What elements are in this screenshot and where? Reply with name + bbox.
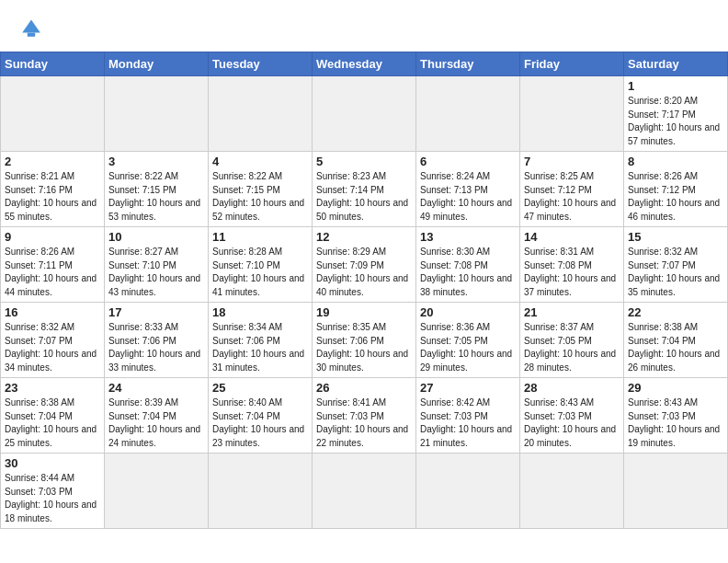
day-info: Sunrise: 8:26 AMSunset: 7:12 PMDaylight:… <box>628 170 723 224</box>
day-number: 27 <box>420 381 516 395</box>
calendar-week-5: 30Sunrise: 8:44 AMSunset: 7:03 PMDayligh… <box>1 454 728 529</box>
calendar-cell-29: 29Sunrise: 8:43 AMSunset: 7:03 PMDayligh… <box>624 378 728 454</box>
calendar-cell-22: 22Sunrise: 8:38 AMSunset: 7:04 PMDayligh… <box>624 303 728 378</box>
calendar-header-wednesday: Wednesday <box>313 52 416 76</box>
header <box>0 0 728 48</box>
day-number: 5 <box>316 155 412 168</box>
day-number: 13 <box>420 230 516 244</box>
day-info: Sunrise: 8:44 AMSunset: 7:03 PMDaylight:… <box>5 472 100 525</box>
calendar-week-2: 9Sunrise: 8:26 AMSunset: 7:11 PMDaylight… <box>1 227 728 303</box>
day-info: Sunrise: 8:23 AMSunset: 7:14 PMDaylight:… <box>316 170 412 224</box>
calendar-cell-28: 28Sunrise: 8:43 AMSunset: 7:03 PMDayligh… <box>520 378 624 454</box>
day-number: 12 <box>316 230 412 244</box>
calendar-cell-empty <box>520 76 624 152</box>
calendar-week-4: 23Sunrise: 8:38 AMSunset: 7:04 PMDayligh… <box>1 378 728 454</box>
calendar-cell-empty <box>416 454 520 529</box>
calendar-header-friday: Friday <box>520 52 624 76</box>
calendar-cell-empty <box>209 76 313 152</box>
calendar-cell-10: 10Sunrise: 8:27 AMSunset: 7:10 PMDayligh… <box>105 227 209 303</box>
day-info: Sunrise: 8:37 AMSunset: 7:05 PMDaylight:… <box>524 321 620 374</box>
day-info: Sunrise: 8:33 AMSunset: 7:06 PMDaylight:… <box>108 321 204 374</box>
day-number: 11 <box>212 230 308 244</box>
day-info: Sunrise: 8:25 AMSunset: 7:12 PMDaylight:… <box>524 170 620 224</box>
day-number: 4 <box>212 155 308 168</box>
day-number: 22 <box>628 305 723 319</box>
day-info: Sunrise: 8:35 AMSunset: 7:06 PMDaylight:… <box>316 321 412 374</box>
calendar-cell-3: 3Sunrise: 8:22 AMSunset: 7:15 PMDaylight… <box>105 152 209 227</box>
calendar-cell-empty <box>520 454 624 529</box>
calendar-week-0: 1Sunrise: 8:20 AMSunset: 7:17 PMDaylight… <box>1 76 728 152</box>
day-info: Sunrise: 8:43 AMSunset: 7:03 PMDaylight:… <box>524 396 620 450</box>
day-info: Sunrise: 8:32 AMSunset: 7:07 PMDaylight:… <box>628 246 723 299</box>
calendar-cell-14: 14Sunrise: 8:31 AMSunset: 7:08 PMDayligh… <box>520 227 624 303</box>
day-number: 29 <box>628 381 723 395</box>
day-number: 10 <box>108 230 204 244</box>
day-number: 28 <box>524 381 620 395</box>
calendar-cell-24: 24Sunrise: 8:39 AMSunset: 7:04 PMDayligh… <box>105 378 209 454</box>
calendar-cell-15: 15Sunrise: 8:32 AMSunset: 7:07 PMDayligh… <box>624 227 728 303</box>
calendar-header-thursday: Thursday <box>416 52 520 76</box>
calendar-cell-23: 23Sunrise: 8:38 AMSunset: 7:04 PMDayligh… <box>1 378 105 454</box>
calendar-cell-21: 21Sunrise: 8:37 AMSunset: 7:05 PMDayligh… <box>520 303 624 378</box>
day-number: 3 <box>108 155 204 168</box>
day-info: Sunrise: 8:42 AMSunset: 7:03 PMDaylight:… <box>420 396 516 450</box>
calendar-cell-6: 6Sunrise: 8:24 AMSunset: 7:13 PMDaylight… <box>416 152 520 227</box>
calendar-header-sunday: Sunday <box>1 52 105 76</box>
day-info: Sunrise: 8:43 AMSunset: 7:03 PMDaylight:… <box>628 396 723 450</box>
day-number: 16 <box>5 305 100 319</box>
day-number: 6 <box>420 155 516 168</box>
day-info: Sunrise: 8:39 AMSunset: 7:04 PMDaylight:… <box>108 396 204 450</box>
calendar-cell-17: 17Sunrise: 8:33 AMSunset: 7:06 PMDayligh… <box>105 303 209 378</box>
calendar-cell-empty <box>105 76 209 152</box>
day-info: Sunrise: 8:27 AMSunset: 7:10 PMDaylight:… <box>108 246 204 299</box>
calendar-cell-18: 18Sunrise: 8:34 AMSunset: 7:06 PMDayligh… <box>209 303 313 378</box>
calendar-cell-11: 11Sunrise: 8:28 AMSunset: 7:10 PMDayligh… <box>209 227 313 303</box>
calendar-cell-19: 19Sunrise: 8:35 AMSunset: 7:06 PMDayligh… <box>313 303 416 378</box>
calendar-week-3: 16Sunrise: 8:32 AMSunset: 7:07 PMDayligh… <box>1 303 728 378</box>
page: SundayMondayTuesdayWednesdayThursdayFrid… <box>0 0 728 529</box>
day-info: Sunrise: 8:38 AMSunset: 7:04 PMDaylight:… <box>5 396 100 450</box>
day-number: 2 <box>5 155 100 168</box>
day-number: 18 <box>212 305 308 319</box>
calendar-cell-20: 20Sunrise: 8:36 AMSunset: 7:05 PMDayligh… <box>416 303 520 378</box>
calendar-week-1: 2Sunrise: 8:21 AMSunset: 7:16 PMDaylight… <box>1 152 728 227</box>
day-info: Sunrise: 8:38 AMSunset: 7:04 PMDaylight:… <box>628 321 723 374</box>
day-number: 8 <box>628 155 723 168</box>
day-info: Sunrise: 8:31 AMSunset: 7:08 PMDaylight:… <box>524 246 620 299</box>
calendar-cell-8: 8Sunrise: 8:26 AMSunset: 7:12 PMDaylight… <box>624 152 728 227</box>
day-number: 25 <box>212 381 308 395</box>
day-info: Sunrise: 8:28 AMSunset: 7:10 PMDaylight:… <box>212 246 308 299</box>
day-number: 23 <box>5 381 100 395</box>
calendar-cell-26: 26Sunrise: 8:41 AMSunset: 7:03 PMDayligh… <box>313 378 416 454</box>
calendar-cell-7: 7Sunrise: 8:25 AMSunset: 7:12 PMDaylight… <box>520 152 624 227</box>
calendar-cell-4: 4Sunrise: 8:22 AMSunset: 7:15 PMDaylight… <box>209 152 313 227</box>
calendar-cell-5: 5Sunrise: 8:23 AMSunset: 7:14 PMDaylight… <box>313 152 416 227</box>
day-number: 15 <box>628 230 723 244</box>
calendar-header-saturday: Saturday <box>624 52 728 76</box>
calendar-cell-30: 30Sunrise: 8:44 AMSunset: 7:03 PMDayligh… <box>1 454 105 529</box>
day-number: 14 <box>524 230 620 244</box>
day-info: Sunrise: 8:22 AMSunset: 7:15 PMDaylight:… <box>212 170 308 224</box>
calendar-cell-16: 16Sunrise: 8:32 AMSunset: 7:07 PMDayligh… <box>1 303 105 378</box>
calendar-header-tuesday: Tuesday <box>209 52 313 76</box>
day-number: 1 <box>628 79 723 93</box>
calendar-cell-empty <box>313 454 416 529</box>
calendar-cell-2: 2Sunrise: 8:21 AMSunset: 7:16 PMDaylight… <box>1 152 105 227</box>
day-info: Sunrise: 8:40 AMSunset: 7:04 PMDaylight:… <box>212 396 308 450</box>
day-info: Sunrise: 8:29 AMSunset: 7:09 PMDaylight:… <box>316 246 412 299</box>
logo-icon <box>18 15 44 40</box>
day-number: 21 <box>524 305 620 319</box>
calendar-cell-empty <box>209 454 313 529</box>
day-info: Sunrise: 8:36 AMSunset: 7:05 PMDaylight:… <box>420 321 516 374</box>
calendar-cell-empty <box>416 76 520 152</box>
day-info: Sunrise: 8:32 AMSunset: 7:07 PMDaylight:… <box>5 321 100 374</box>
day-number: 9 <box>5 230 100 244</box>
day-number: 24 <box>108 381 204 395</box>
day-number: 7 <box>524 155 620 168</box>
svg-rect-2 <box>28 33 35 37</box>
calendar-cell-27: 27Sunrise: 8:42 AMSunset: 7:03 PMDayligh… <box>416 378 520 454</box>
day-info: Sunrise: 8:26 AMSunset: 7:11 PMDaylight:… <box>5 246 100 299</box>
day-info: Sunrise: 8:34 AMSunset: 7:06 PMDaylight:… <box>212 321 308 374</box>
day-number: 26 <box>316 381 412 395</box>
day-number: 30 <box>5 456 100 470</box>
